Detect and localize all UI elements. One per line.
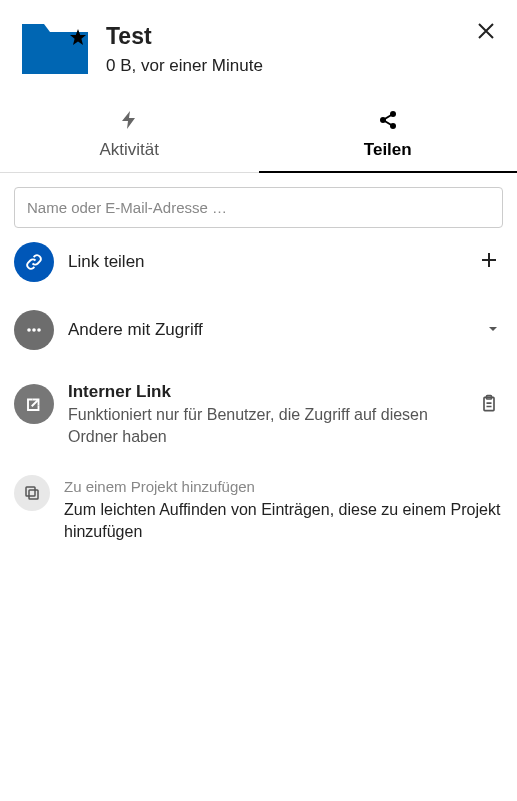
others-access-expand[interactable] bbox=[483, 317, 503, 343]
lightning-icon bbox=[0, 110, 259, 130]
page-subtitle: 0 B, vor einer Minute bbox=[106, 56, 497, 76]
svg-rect-8 bbox=[26, 487, 35, 496]
tab-activity[interactable]: Aktivität bbox=[0, 96, 259, 172]
add-to-project-row[interactable]: Zu einem Projekt hinzufügen Zum leichten… bbox=[14, 461, 503, 556]
tab-share[interactable]: Teilen bbox=[259, 96, 518, 172]
plus-icon bbox=[479, 250, 499, 270]
close-icon bbox=[477, 22, 495, 40]
svg-rect-9 bbox=[29, 490, 38, 499]
tabs: Aktivität Teilen bbox=[0, 96, 517, 173]
copy-internal-link-button[interactable] bbox=[475, 390, 503, 422]
folder-starred-icon bbox=[20, 18, 90, 78]
project-sub: Zum leichten Auffinden von Einträgen, di… bbox=[64, 499, 503, 542]
project-icon bbox=[14, 475, 50, 511]
internal-link-sub: Funktioniert nur für Benutzer, die Zugri… bbox=[68, 404, 461, 447]
header: Test 0 B, vor einer Minute bbox=[0, 0, 517, 88]
internal-link-row: Interner Link Funktioniert nur für Benut… bbox=[14, 364, 503, 461]
share-link-row[interactable]: Link teilen bbox=[14, 228, 503, 296]
svg-point-3 bbox=[27, 328, 31, 332]
share-panel: Link teilen Andere mit Zugriff bbox=[0, 173, 517, 557]
clipboard-icon bbox=[479, 394, 499, 414]
others-access-row[interactable]: Andere mit Zugriff bbox=[14, 296, 503, 364]
page-title: Test bbox=[106, 22, 497, 52]
chevron-down-icon bbox=[487, 323, 499, 335]
others-access-label: Andere mit Zugriff bbox=[68, 320, 469, 340]
link-icon bbox=[14, 242, 54, 282]
more-icon bbox=[14, 310, 54, 350]
share-icon bbox=[259, 110, 518, 130]
share-link-label: Link teilen bbox=[68, 252, 461, 272]
share-recipient-input[interactable] bbox=[14, 187, 503, 228]
tab-activity-label: Aktivität bbox=[99, 140, 159, 159]
add-share-link-button[interactable] bbox=[475, 246, 503, 278]
external-link-icon bbox=[14, 384, 54, 424]
tab-share-label: Teilen bbox=[364, 140, 412, 159]
svg-point-4 bbox=[32, 328, 36, 332]
close-button[interactable] bbox=[477, 22, 495, 44]
internal-link-title: Interner Link bbox=[68, 382, 461, 402]
project-title: Zu einem Projekt hinzufügen bbox=[64, 477, 503, 497]
svg-point-5 bbox=[37, 328, 41, 332]
